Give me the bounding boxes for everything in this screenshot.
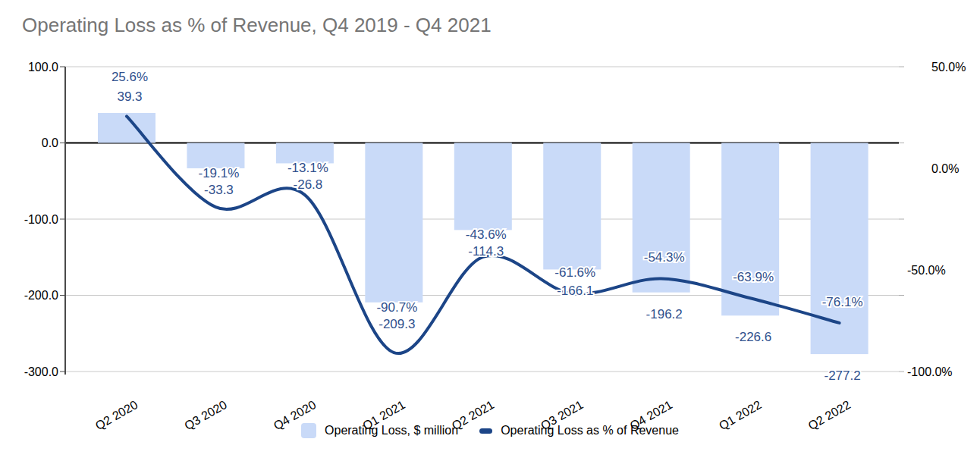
legend-label-line-series: Operating Loss as % of Revenue [501,424,679,437]
data-label-percent: -63.9% [733,270,774,284]
bar [633,143,690,293]
left-axis-tick-label: -100.0 [24,213,58,226]
left-axis-tick-label: -300.0 [24,365,58,378]
data-label-millions: -196.2 [646,307,683,321]
left-axis-tick-label: 100.0 [28,61,58,74]
left-axis-tick-label: -200.0 [24,289,58,302]
data-label-millions: -114.3 [468,244,504,259]
data-label-percent: -61.6% [554,265,595,280]
right-axis-tick-label: 0.0% [931,162,959,175]
data-label-percent: -43.6% [466,227,507,242]
right-axis-tick-label: 50.0% [931,61,966,74]
data-label-percent: 25.6% [112,70,148,84]
data-label-millions: -33.3 [204,183,234,197]
data-label-millions: -226.6 [735,330,771,344]
data-label-percent: -13.1% [287,161,328,175]
legend-item-operating-loss-percent[interactable]: Operating Loss as % of Revenue [479,424,679,437]
chart-legend: Operating Loss, $ million Operating Loss… [0,423,980,438]
chart-canvas[interactable]: 100.00.0-100.0-200.0-300.050.0%0.0%-50.0… [0,0,980,464]
bar [187,143,244,168]
left-axis-tick-label: 0.0 [42,136,58,149]
data-label-percent: -19.1% [199,166,240,180]
bar [454,143,512,230]
bar [365,143,422,303]
data-label-percent: -90.7% [376,300,417,315]
bar [543,143,601,270]
data-label-millions: -26.8 [294,177,323,192]
data-label-millions: 39.3 [117,89,142,104]
data-label-percent: -76.1% [822,295,863,309]
bar-series-swatch-icon [301,423,316,438]
data-label-percent: -54.3% [644,250,685,265]
data-label-millions: -166.1 [557,284,593,298]
right-axis-tick-label: -50.0% [907,264,946,277]
data-label-millions: -277.2 [824,368,860,383]
right-axis-tick-label: -100.0% [907,365,953,378]
legend-label-bar-series: Operating Loss, $ million [325,424,458,437]
data-label-millions: -209.3 [378,317,415,331]
line-series-swatch-icon [479,428,492,434]
legend-item-operating-loss-millions[interactable]: Operating Loss, $ million [301,423,458,438]
bar [721,143,779,316]
